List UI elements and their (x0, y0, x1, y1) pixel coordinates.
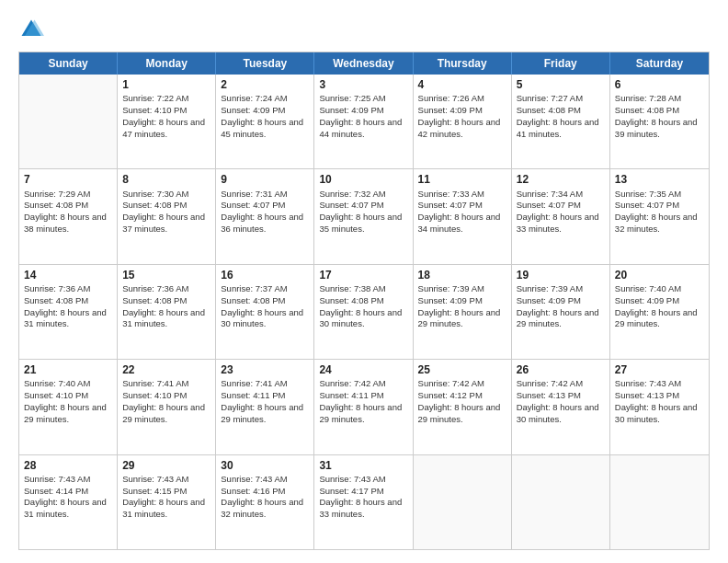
sunset: Sunset: 4:07 PM (517, 200, 581, 210)
day-number: 8 (122, 172, 210, 187)
sunset: Sunset: 4:08 PM (24, 200, 88, 210)
day-number: 4 (418, 77, 506, 92)
sunset: Sunset: 4:11 PM (221, 390, 285, 400)
weekday-header: Wednesday (314, 52, 413, 75)
calendar-cell (19, 75, 118, 168)
day-number: 31 (319, 458, 407, 473)
day-number: 26 (517, 362, 605, 377)
calendar-cell: 5Sunrise: 7:27 AMSunset: 4:08 PMDaylight… (512, 75, 610, 168)
sunset: Sunset: 4:13 PM (517, 390, 581, 400)
sunset: Sunset: 4:07 PM (418, 200, 483, 210)
sunset: Sunset: 4:14 PM (24, 486, 88, 496)
sunrise: Sunrise: 7:41 AM (221, 378, 287, 388)
day-number: 1 (122, 77, 210, 92)
day-number: 30 (221, 458, 309, 473)
calendar-cell: 14Sunrise: 7:36 AMSunset: 4:08 PMDayligh… (19, 265, 118, 359)
sunset: Sunset: 4:08 PM (517, 105, 581, 115)
calendar-cell: 25Sunrise: 7:42 AMSunset: 4:12 PMDayligh… (414, 360, 512, 454)
day-number: 19 (517, 268, 605, 282)
calendar-week: 14Sunrise: 7:36 AMSunset: 4:08 PMDayligh… (19, 265, 709, 360)
day-number: 22 (122, 362, 210, 377)
daylight: Daylight: 8 hours and 29 minutes. (615, 307, 698, 329)
weekday-header: Monday (118, 52, 216, 75)
logo-icon (18, 17, 44, 42)
calendar-cell: 9Sunrise: 7:31 AMSunset: 4:07 PMDaylight… (216, 169, 314, 263)
calendar-body: 1Sunrise: 7:22 AMSunset: 4:10 PMDaylight… (19, 75, 709, 549)
daylight: Daylight: 8 hours and 29 minutes. (122, 402, 205, 424)
daylight: Daylight: 8 hours and 37 minutes. (122, 212, 205, 234)
day-number: 18 (418, 268, 506, 282)
day-number: 23 (221, 362, 309, 377)
sunset: Sunset: 4:09 PM (418, 105, 483, 115)
sunset: Sunset: 4:10 PM (122, 390, 187, 400)
sunrise: Sunrise: 7:43 AM (122, 474, 188, 484)
sunrise: Sunrise: 7:42 AM (517, 378, 583, 388)
sunset: Sunset: 4:17 PM (319, 486, 383, 496)
daylight: Daylight: 8 hours and 32 minutes. (221, 497, 303, 519)
calendar-cell: 22Sunrise: 7:41 AMSunset: 4:10 PMDayligh… (118, 360, 216, 454)
daylight: Daylight: 8 hours and 30 minutes. (517, 402, 599, 424)
calendar-header: SundayMondayTuesdayWednesdayThursdayFrid… (19, 52, 709, 75)
sunset: Sunset: 4:08 PM (122, 295, 187, 305)
daylight: Daylight: 8 hours and 33 minutes. (319, 497, 402, 519)
daylight: Daylight: 8 hours and 34 minutes. (418, 212, 501, 234)
calendar-cell: 12Sunrise: 7:34 AMSunset: 4:07 PMDayligh… (512, 169, 610, 263)
daylight: Daylight: 8 hours and 45 minutes. (221, 117, 303, 139)
day-number: 7 (24, 172, 112, 187)
day-number: 24 (319, 362, 407, 377)
calendar-cell: 3Sunrise: 7:25 AMSunset: 4:09 PMDaylight… (314, 75, 413, 168)
sunrise: Sunrise: 7:40 AM (615, 283, 681, 293)
calendar-cell: 17Sunrise: 7:38 AMSunset: 4:08 PMDayligh… (314, 265, 413, 359)
calendar-cell: 26Sunrise: 7:42 AMSunset: 4:13 PMDayligh… (512, 360, 610, 454)
weekday-header: Tuesday (216, 52, 314, 75)
daylight: Daylight: 8 hours and 29 minutes. (517, 307, 599, 329)
calendar-cell: 2Sunrise: 7:24 AMSunset: 4:09 PMDaylight… (216, 75, 314, 168)
day-number: 11 (418, 172, 506, 187)
calendar: SundayMondayTuesdayWednesdayThursdayFrid… (18, 52, 710, 550)
sunrise: Sunrise: 7:43 AM (615, 378, 681, 388)
calendar-cell: 31Sunrise: 7:43 AMSunset: 4:17 PMDayligh… (314, 455, 413, 549)
calendar-week: 1Sunrise: 7:22 AMSunset: 4:10 PMDaylight… (19, 75, 709, 169)
sunrise: Sunrise: 7:33 AM (418, 189, 484, 199)
calendar-week: 21Sunrise: 7:40 AMSunset: 4:10 PMDayligh… (19, 360, 709, 454)
sunset: Sunset: 4:07 PM (615, 200, 679, 210)
sunset: Sunset: 4:09 PM (517, 295, 581, 305)
sunset: Sunset: 4:08 PM (615, 105, 679, 115)
page: SundayMondayTuesdayWednesdayThursdayFrid… (0, 0, 728, 563)
sunset: Sunset: 4:09 PM (319, 105, 383, 115)
calendar-week: 28Sunrise: 7:43 AMSunset: 4:14 PMDayligh… (19, 455, 709, 549)
sunrise: Sunrise: 7:41 AM (122, 378, 188, 388)
sunrise: Sunrise: 7:38 AM (319, 283, 385, 293)
daylight: Daylight: 8 hours and 29 minutes. (221, 402, 303, 424)
calendar-cell: 30Sunrise: 7:43 AMSunset: 4:16 PMDayligh… (216, 455, 314, 549)
day-number: 9 (221, 172, 309, 187)
calendar-cell: 10Sunrise: 7:32 AMSunset: 4:07 PMDayligh… (314, 169, 413, 263)
sunset: Sunset: 4:08 PM (122, 200, 187, 210)
daylight: Daylight: 8 hours and 42 minutes. (418, 117, 501, 139)
daylight: Daylight: 8 hours and 36 minutes. (221, 212, 303, 234)
sunset: Sunset: 4:08 PM (24, 295, 88, 305)
sunrise: Sunrise: 7:40 AM (24, 378, 90, 388)
sunrise: Sunrise: 7:27 AM (517, 93, 583, 103)
sunset: Sunset: 4:07 PM (221, 200, 285, 210)
day-number: 6 (615, 77, 704, 92)
sunset: Sunset: 4:09 PM (418, 295, 483, 305)
weekday-header: Thursday (414, 52, 512, 75)
calendar-cell: 18Sunrise: 7:39 AMSunset: 4:09 PMDayligh… (414, 265, 512, 359)
calendar-week: 7Sunrise: 7:29 AMSunset: 4:08 PMDaylight… (19, 169, 709, 264)
day-number: 16 (221, 268, 309, 282)
sunrise: Sunrise: 7:24 AM (221, 93, 287, 103)
daylight: Daylight: 8 hours and 29 minutes. (24, 402, 107, 424)
sunrise: Sunrise: 7:37 AM (221, 283, 287, 293)
calendar-cell: 19Sunrise: 7:39 AMSunset: 4:09 PMDayligh… (512, 265, 610, 359)
sunset: Sunset: 4:09 PM (615, 295, 679, 305)
daylight: Daylight: 8 hours and 38 minutes. (24, 212, 107, 234)
day-number: 12 (517, 172, 605, 187)
sunset: Sunset: 4:15 PM (122, 486, 187, 496)
sunrise: Sunrise: 7:39 AM (418, 283, 484, 293)
daylight: Daylight: 8 hours and 44 minutes. (319, 117, 402, 139)
weekday-header: Friday (512, 52, 610, 75)
calendar-cell: 13Sunrise: 7:35 AMSunset: 4:07 PMDayligh… (610, 169, 709, 263)
sunrise: Sunrise: 7:36 AM (122, 283, 188, 293)
daylight: Daylight: 8 hours and 30 minutes. (615, 402, 698, 424)
